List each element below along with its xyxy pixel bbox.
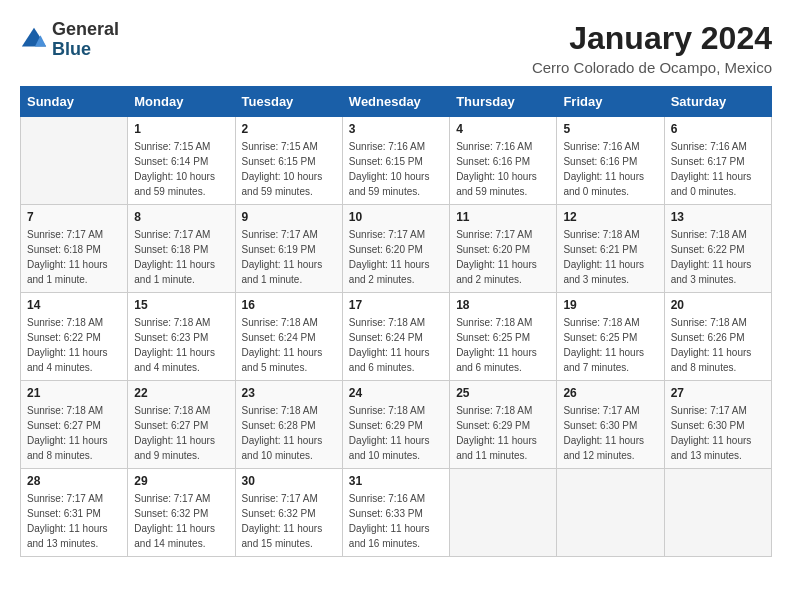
weekday-header-monday: Monday xyxy=(128,87,235,117)
day-number: 22 xyxy=(134,386,228,400)
calendar-cell: 4Sunrise: 7:16 AM Sunset: 6:16 PM Daylig… xyxy=(450,117,557,205)
day-number: 11 xyxy=(456,210,550,224)
day-number: 14 xyxy=(27,298,121,312)
day-info: Sunrise: 7:17 AM Sunset: 6:32 PM Dayligh… xyxy=(134,491,228,551)
logo-blue: Blue xyxy=(52,39,91,59)
day-number: 9 xyxy=(242,210,336,224)
weekday-header-wednesday: Wednesday xyxy=(342,87,449,117)
logo-text: General Blue xyxy=(52,20,119,60)
weekday-header-thursday: Thursday xyxy=(450,87,557,117)
day-info: Sunrise: 7:16 AM Sunset: 6:17 PM Dayligh… xyxy=(671,139,765,199)
calendar-cell: 14Sunrise: 7:18 AM Sunset: 6:22 PM Dayli… xyxy=(21,293,128,381)
day-info: Sunrise: 7:15 AM Sunset: 6:14 PM Dayligh… xyxy=(134,139,228,199)
calendar-cell: 7Sunrise: 7:17 AM Sunset: 6:18 PM Daylig… xyxy=(21,205,128,293)
day-info: Sunrise: 7:17 AM Sunset: 6:19 PM Dayligh… xyxy=(242,227,336,287)
calendar-cell: 13Sunrise: 7:18 AM Sunset: 6:22 PM Dayli… xyxy=(664,205,771,293)
week-row-5: 28Sunrise: 7:17 AM Sunset: 6:31 PM Dayli… xyxy=(21,469,772,557)
day-info: Sunrise: 7:17 AM Sunset: 6:30 PM Dayligh… xyxy=(671,403,765,463)
day-info: Sunrise: 7:18 AM Sunset: 6:22 PM Dayligh… xyxy=(671,227,765,287)
day-number: 8 xyxy=(134,210,228,224)
day-info: Sunrise: 7:18 AM Sunset: 6:25 PM Dayligh… xyxy=(456,315,550,375)
calendar-cell xyxy=(21,117,128,205)
day-info: Sunrise: 7:15 AM Sunset: 6:15 PM Dayligh… xyxy=(242,139,336,199)
calendar-cell: 24Sunrise: 7:18 AM Sunset: 6:29 PM Dayli… xyxy=(342,381,449,469)
calendar-cell: 29Sunrise: 7:17 AM Sunset: 6:32 PM Dayli… xyxy=(128,469,235,557)
title-block: January 2024 Cerro Colorado de Ocampo, M… xyxy=(532,20,772,76)
calendar-cell: 21Sunrise: 7:18 AM Sunset: 6:27 PM Dayli… xyxy=(21,381,128,469)
day-info: Sunrise: 7:18 AM Sunset: 6:27 PM Dayligh… xyxy=(134,403,228,463)
day-number: 15 xyxy=(134,298,228,312)
logo-icon xyxy=(20,26,48,54)
logo: General Blue xyxy=(20,20,119,60)
day-number: 29 xyxy=(134,474,228,488)
day-number: 5 xyxy=(563,122,657,136)
day-number: 20 xyxy=(671,298,765,312)
day-info: Sunrise: 7:18 AM Sunset: 6:24 PM Dayligh… xyxy=(349,315,443,375)
day-number: 2 xyxy=(242,122,336,136)
calendar-cell: 11Sunrise: 7:17 AM Sunset: 6:20 PM Dayli… xyxy=(450,205,557,293)
main-title: January 2024 xyxy=(532,20,772,57)
calendar-cell: 27Sunrise: 7:17 AM Sunset: 6:30 PM Dayli… xyxy=(664,381,771,469)
day-info: Sunrise: 7:18 AM Sunset: 6:27 PM Dayligh… xyxy=(27,403,121,463)
calendar-cell: 22Sunrise: 7:18 AM Sunset: 6:27 PM Dayli… xyxy=(128,381,235,469)
day-info: Sunrise: 7:16 AM Sunset: 6:15 PM Dayligh… xyxy=(349,139,443,199)
calendar-cell: 16Sunrise: 7:18 AM Sunset: 6:24 PM Dayli… xyxy=(235,293,342,381)
day-info: Sunrise: 7:17 AM Sunset: 6:20 PM Dayligh… xyxy=(456,227,550,287)
calendar-cell: 9Sunrise: 7:17 AM Sunset: 6:19 PM Daylig… xyxy=(235,205,342,293)
weekday-header-saturday: Saturday xyxy=(664,87,771,117)
day-number: 24 xyxy=(349,386,443,400)
calendar-cell: 28Sunrise: 7:17 AM Sunset: 6:31 PM Dayli… xyxy=(21,469,128,557)
week-row-4: 21Sunrise: 7:18 AM Sunset: 6:27 PM Dayli… xyxy=(21,381,772,469)
day-number: 13 xyxy=(671,210,765,224)
calendar-cell xyxy=(557,469,664,557)
calendar-cell: 6Sunrise: 7:16 AM Sunset: 6:17 PM Daylig… xyxy=(664,117,771,205)
day-info: Sunrise: 7:18 AM Sunset: 6:24 PM Dayligh… xyxy=(242,315,336,375)
calendar-cell: 5Sunrise: 7:16 AM Sunset: 6:16 PM Daylig… xyxy=(557,117,664,205)
day-number: 1 xyxy=(134,122,228,136)
day-number: 21 xyxy=(27,386,121,400)
week-row-1: 1Sunrise: 7:15 AM Sunset: 6:14 PM Daylig… xyxy=(21,117,772,205)
day-number: 4 xyxy=(456,122,550,136)
day-info: Sunrise: 7:18 AM Sunset: 6:28 PM Dayligh… xyxy=(242,403,336,463)
calendar-cell: 26Sunrise: 7:17 AM Sunset: 6:30 PM Dayli… xyxy=(557,381,664,469)
day-number: 17 xyxy=(349,298,443,312)
day-info: Sunrise: 7:18 AM Sunset: 6:23 PM Dayligh… xyxy=(134,315,228,375)
weekday-header-friday: Friday xyxy=(557,87,664,117)
day-info: Sunrise: 7:16 AM Sunset: 6:16 PM Dayligh… xyxy=(456,139,550,199)
day-number: 10 xyxy=(349,210,443,224)
subtitle: Cerro Colorado de Ocampo, Mexico xyxy=(532,59,772,76)
day-number: 31 xyxy=(349,474,443,488)
day-info: Sunrise: 7:18 AM Sunset: 6:22 PM Dayligh… xyxy=(27,315,121,375)
calendar-cell xyxy=(450,469,557,557)
day-info: Sunrise: 7:18 AM Sunset: 6:26 PM Dayligh… xyxy=(671,315,765,375)
day-number: 16 xyxy=(242,298,336,312)
calendar-cell: 17Sunrise: 7:18 AM Sunset: 6:24 PM Dayli… xyxy=(342,293,449,381)
calendar-cell: 1Sunrise: 7:15 AM Sunset: 6:14 PM Daylig… xyxy=(128,117,235,205)
day-number: 23 xyxy=(242,386,336,400)
day-info: Sunrise: 7:17 AM Sunset: 6:32 PM Dayligh… xyxy=(242,491,336,551)
day-number: 30 xyxy=(242,474,336,488)
day-number: 18 xyxy=(456,298,550,312)
day-number: 27 xyxy=(671,386,765,400)
calendar-cell: 8Sunrise: 7:17 AM Sunset: 6:18 PM Daylig… xyxy=(128,205,235,293)
weekday-header-row: SundayMondayTuesdayWednesdayThursdayFrid… xyxy=(21,87,772,117)
day-number: 12 xyxy=(563,210,657,224)
day-info: Sunrise: 7:17 AM Sunset: 6:31 PM Dayligh… xyxy=(27,491,121,551)
calendar-cell: 20Sunrise: 7:18 AM Sunset: 6:26 PM Dayli… xyxy=(664,293,771,381)
day-info: Sunrise: 7:17 AM Sunset: 6:30 PM Dayligh… xyxy=(563,403,657,463)
calendar-table: SundayMondayTuesdayWednesdayThursdayFrid… xyxy=(20,86,772,557)
calendar-cell: 19Sunrise: 7:18 AM Sunset: 6:25 PM Dayli… xyxy=(557,293,664,381)
weekday-header-tuesday: Tuesday xyxy=(235,87,342,117)
calendar-cell: 10Sunrise: 7:17 AM Sunset: 6:20 PM Dayli… xyxy=(342,205,449,293)
day-info: Sunrise: 7:17 AM Sunset: 6:18 PM Dayligh… xyxy=(134,227,228,287)
day-info: Sunrise: 7:18 AM Sunset: 6:21 PM Dayligh… xyxy=(563,227,657,287)
page-header: General Blue January 2024 Cerro Colorado… xyxy=(20,20,772,76)
week-row-2: 7Sunrise: 7:17 AM Sunset: 6:18 PM Daylig… xyxy=(21,205,772,293)
day-info: Sunrise: 7:16 AM Sunset: 6:16 PM Dayligh… xyxy=(563,139,657,199)
calendar-cell: 30Sunrise: 7:17 AM Sunset: 6:32 PM Dayli… xyxy=(235,469,342,557)
calendar-cell: 18Sunrise: 7:18 AM Sunset: 6:25 PM Dayli… xyxy=(450,293,557,381)
day-number: 7 xyxy=(27,210,121,224)
calendar-cell xyxy=(664,469,771,557)
day-number: 26 xyxy=(563,386,657,400)
calendar-cell: 15Sunrise: 7:18 AM Sunset: 6:23 PM Dayli… xyxy=(128,293,235,381)
